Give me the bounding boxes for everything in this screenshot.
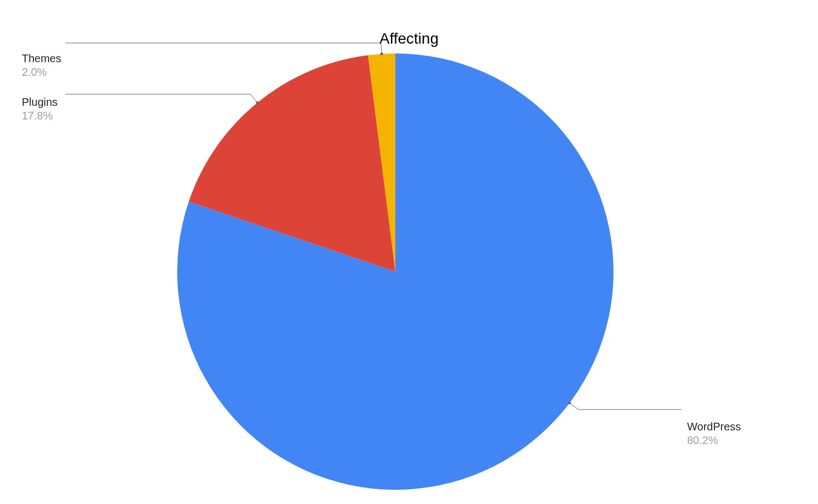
leader-line xyxy=(65,43,382,54)
slice-label: Themes2.0% xyxy=(22,52,61,79)
pie-slices xyxy=(177,53,614,490)
slice-label-name: Themes xyxy=(22,52,61,65)
leader-dot xyxy=(380,52,383,55)
leader-dot xyxy=(256,101,258,104)
slice-label: WordPress80.2% xyxy=(687,420,741,447)
leader-line xyxy=(569,403,682,410)
slice-label-name: WordPress xyxy=(687,420,741,434)
leader-line xyxy=(65,94,257,103)
leader-dot xyxy=(568,401,571,404)
slice-label-percent: 80.2% xyxy=(687,434,741,447)
slice-label: Plugins17.8% xyxy=(22,95,58,123)
slice-label-percent: 2.0% xyxy=(22,65,61,79)
chart-container: Affecting WordPress80.2%Plugins17.8%Them… xyxy=(0,0,818,504)
slice-label-percent: 17.8% xyxy=(22,109,58,123)
slice-label-name: Plugins xyxy=(22,95,58,109)
